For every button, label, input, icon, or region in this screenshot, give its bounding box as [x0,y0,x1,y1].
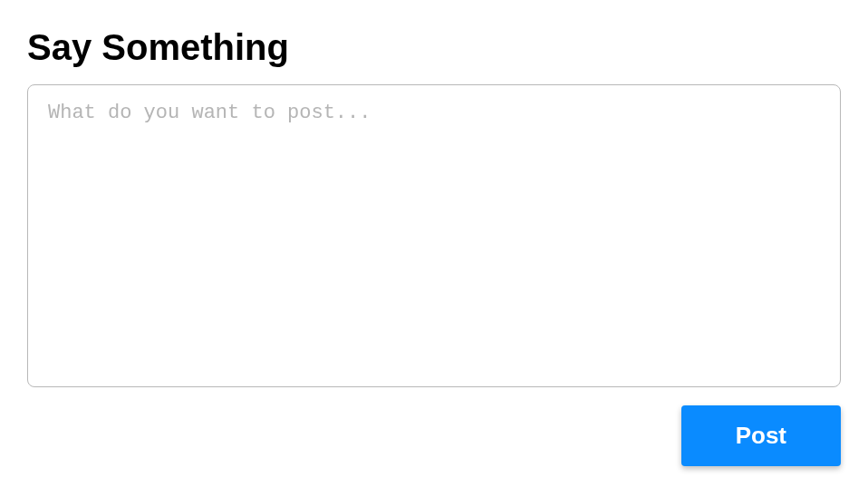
post-textarea[interactable] [27,84,841,387]
page-title: Say Something [27,27,841,68]
actions-row: Post [27,405,841,466]
post-button[interactable]: Post [681,405,841,466]
